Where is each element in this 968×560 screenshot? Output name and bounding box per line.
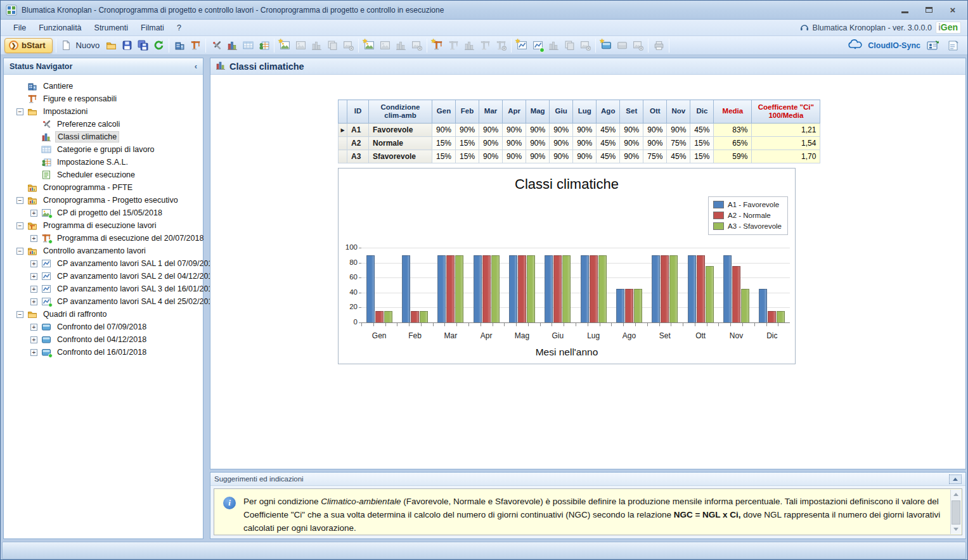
cell-month[interactable]: 15% [456,137,479,150]
column-header-id[interactable]: ID [347,100,369,124]
cell-month[interactable]: 90% [456,124,479,137]
classi-climatiche-icon[interactable] [225,39,239,53]
contact-sync-icon[interactable] [926,39,941,53]
collapse-minus-icon[interactable]: − [16,248,23,255]
expand-plus-icon[interactable]: + [30,235,37,242]
collapse-minus-icon[interactable]: − [16,311,23,318]
expand-plus-icon[interactable]: + [30,210,37,217]
table-row-a1[interactable]: ▶A1Favorevole90%90%90%90%90%90%90%45%90%… [339,124,820,137]
scrollbar-thumb[interactable] [952,500,960,525]
column-header-lug[interactable]: Lug [573,100,597,124]
cell-month[interactable]: 90% [573,137,597,150]
menu-item-file[interactable]: File [7,22,32,34]
cell-month[interactable]: 90% [667,124,690,137]
open-project-icon[interactable] [104,39,118,53]
table-row-a2[interactable]: A2Normale15%15%90%90%90%90%90%45%90%90%7… [339,137,820,150]
suggestions-collapse-button[interactable] [949,474,962,484]
expand-plus-icon[interactable]: + [30,286,37,293]
tree-item-cp-avanzamento-lavori-sal-2-del-04-12-2018[interactable]: +CP avanzamento lavori SAL 2 del 04/12/2… [4,270,203,283]
cell-month[interactable]: 45% [690,124,714,137]
collapse-minus-icon[interactable]: − [16,197,23,204]
column-header-nov[interactable]: Nov [667,100,690,124]
column-header-mar[interactable]: Mar [479,100,503,124]
tree-item-confronto-del-16-01-2018[interactable]: +Confronto del 16/01/2018 [4,346,203,359]
tree-item-cp-avanzamento-lavori-sal-1-del-07-09-2018[interactable]: +CP avanzamento lavori SAL 1 del 07/09/2… [4,257,203,270]
cell-month[interactable]: 75% [667,137,690,150]
column-header-set[interactable]: Set [620,100,643,124]
tree-item-quadri-di-raffronto[interactable]: −Quadri di raffronto [4,308,203,321]
cell-month[interactable]: 15% [690,137,714,150]
tree-item-cronoprogramma-progetto-esecutivo[interactable]: −Cronoprogramma - Progetto esecutivo [4,194,203,207]
cell-month[interactable]: 90% [620,137,643,150]
cell-condizione[interactable]: Normale [369,137,432,150]
refresh-icon[interactable] [152,39,165,53]
tree-item-scheduler-esecuzione[interactable]: Scheduler esecuzione [4,169,203,181]
expand-plus-icon[interactable]: + [30,349,37,356]
column-header-feb[interactable]: Feb [456,100,479,124]
figure-responsabili-icon[interactable] [188,39,202,53]
row-selector[interactable] [339,137,347,150]
report-sync-icon[interactable] [946,39,961,53]
cell-month[interactable]: 90% [526,150,550,163]
cell-month[interactable]: 90% [620,150,643,163]
expand-plus-icon[interactable]: + [30,324,37,331]
cell-month[interactable]: 90% [573,124,597,137]
column-header-apr[interactable]: Apr [503,100,526,124]
tree-item-cronoprogramma-pfte[interactable]: Cronoprogramma - PFTE [4,181,203,194]
tree-item-classi-climatiche[interactable]: Classi climatiche [4,130,203,143]
menu-item-filmati[interactable]: Filmati [134,22,171,34]
cell-id[interactable]: A2 [347,137,369,150]
scroll-up-icon[interactable] [952,490,960,499]
expand-plus-icon[interactable]: + [30,273,37,280]
column-header-ott[interactable]: Ott [643,100,667,124]
table-row-a3[interactable]: A3Sfavorevole15%15%90%90%90%90%90%45%90%… [339,150,820,163]
cell-month[interactable]: 90% [479,150,503,163]
cell-month[interactable]: 90% [643,124,667,137]
nuovo-avanzamento-icon[interactable]: ★ [515,39,529,53]
column-header-condizione[interactable]: Condizioneclim-amb [369,100,432,124]
cell-month[interactable]: 90% [432,124,456,137]
cell-coefficiente[interactable]: 1,21 [752,124,820,137]
tree-item-categorie-e-gruppi-di-lavoro[interactable]: Categorie e gruppi di lavoro [4,143,203,156]
tree-item-confronto-del-04-12-2018[interactable]: +Confronto del 04/12/2018 [4,333,203,346]
sidebar-collapse-button[interactable]: ‹ [195,61,197,71]
cell-month[interactable]: 90% [479,124,503,137]
cell-month[interactable]: 90% [573,150,597,163]
column-header-ago[interactable]: Ago [597,100,620,124]
avanzamento-corrente-icon[interactable] [531,39,545,53]
close-button[interactable]: × [943,4,962,16]
expand-plus-icon[interactable]: + [30,298,37,305]
cell-coefficiente[interactable]: 1,54 [752,137,820,150]
cell-month[interactable]: 15% [432,137,456,150]
tree-item-programma-di-esecuzione-lavori[interactable]: −Programma di esecuzione lavori [4,219,203,232]
nuovo-label[interactable]: Nuovo [76,41,100,50]
column-header-dic[interactable]: Dic [690,100,714,124]
cell-month[interactable]: 15% [690,150,714,163]
cell-media[interactable]: 59% [714,150,752,163]
column-header-giu[interactable]: Giu [550,100,573,124]
tree-item-cp-avanzamento-lavori-sal-3-del-16-01-2019[interactable]: +CP avanzamento lavori SAL 3 del 16/01/2… [4,283,203,295]
cloudio-sync-label[interactable]: CloudIO-Sync [868,41,920,50]
tree-item-figure-e-responsabili[interactable]: Figure e responsabili [4,92,203,105]
menu-item-?[interactable]: ? [171,22,188,34]
row-selector[interactable] [339,150,347,163]
tree-item-confronto-del-07-09-2018[interactable]: +Confronto del 07/09/2018 [4,321,203,333]
nuovo-icon[interactable] [60,39,74,53]
cell-condizione[interactable]: Sfavorevole [369,150,432,163]
cantiere-icon[interactable] [172,39,186,53]
cell-id[interactable]: A1 [347,124,369,137]
cell-condizione[interactable]: Favorevole [369,124,432,137]
collapse-minus-icon[interactable]: − [16,108,23,115]
expand-plus-icon[interactable]: + [30,336,37,343]
tree-item-impostazioni[interactable]: −Impostazioni [4,105,203,118]
impostazione-sal-icon[interactable] [257,39,271,53]
save-icon[interactable] [120,39,134,53]
cell-month[interactable]: 45% [667,150,690,163]
cell-media[interactable]: 83% [714,124,752,137]
nuovo-cp-progetto-icon[interactable]: ★ [362,39,376,53]
menu-item-strumenti[interactable]: Strumenti [88,22,135,34]
nuovo-cronoprogramma-pfte-icon[interactable]: ★ [278,39,292,53]
collapse-minus-icon[interactable]: − [16,222,23,229]
cell-month[interactable]: 90% [479,137,503,150]
maximize-button[interactable] [919,4,938,16]
